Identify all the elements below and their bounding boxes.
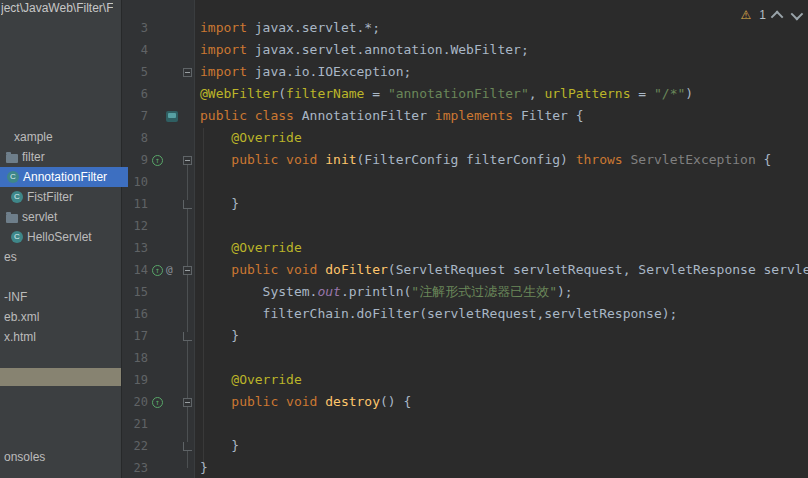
tree-item-label: HelloServlet — [27, 230, 92, 244]
code-line-12[interactable]: 12 — [122, 215, 808, 237]
tree-item-fistfilter[interactable]: CFistFilter — [0, 187, 132, 207]
tree-item-es[interactable]: es — [0, 247, 125, 267]
fold-marker[interactable] — [180, 259, 194, 281]
fold-marker — [180, 369, 194, 391]
fold-marker[interactable] — [180, 435, 194, 457]
line-number[interactable]: 15 — [122, 281, 148, 303]
code-line-15[interactable]: 15 System.out.println("注解形式过滤器已生效"); — [122, 281, 808, 303]
code-line-6[interactable]: 6@WebFilter(filterName = "annotationFilt… — [122, 83, 808, 105]
code-line-18[interactable]: 18 — [122, 347, 808, 369]
tree-item-label: filter — [22, 150, 45, 164]
code-text: } — [194, 325, 239, 347]
gutter-icons — [148, 171, 180, 193]
fold-end-icon[interactable] — [183, 200, 192, 209]
code-line-23[interactable]: 23} — [122, 457, 808, 478]
token-def: () { — [380, 394, 411, 409]
line-number[interactable]: 20 — [122, 391, 148, 413]
fold-marker[interactable] — [180, 61, 194, 83]
token-mth: destroy — [325, 394, 380, 409]
folder-icon — [6, 214, 18, 223]
code-line-21[interactable]: 21 — [122, 413, 808, 435]
gutter-icons: ↑@ — [148, 259, 180, 281]
code-text: } — [194, 193, 239, 215]
line-number[interactable]: 17 — [122, 325, 148, 347]
line-number[interactable]: 6 — [122, 83, 148, 105]
code-line-20[interactable]: 20↑ public void destroy() { — [122, 391, 808, 413]
code-line-22[interactable]: 22 } — [122, 435, 808, 457]
code-line-7[interactable]: 7public class AnnotationFilter implement… — [122, 105, 808, 127]
fold-marker[interactable] — [180, 391, 194, 413]
tree-item-label: servlet — [22, 210, 57, 224]
code-text — [194, 413, 200, 435]
gutter-icons — [148, 347, 180, 369]
code-line-9[interactable]: 9↑ public void init(FilterConfig filterC… — [122, 149, 808, 171]
line-number[interactable]: 16 — [122, 303, 148, 325]
token-def: ); — [557, 284, 573, 299]
line-number[interactable]: 18 — [122, 347, 148, 369]
class-marker-icon[interactable] — [166, 111, 178, 122]
tree-inactive-selection[interactable] — [0, 368, 121, 386]
code-line-8[interactable]: 8 @Override — [122, 127, 808, 149]
line-number[interactable]: 19 — [122, 369, 148, 391]
token-def: ) — [685, 86, 693, 101]
code-line-17[interactable]: 17 } — [122, 325, 808, 347]
line-number[interactable]: 22 — [122, 435, 148, 457]
code-line-19[interactable]: 19 @Override — [122, 369, 808, 391]
fold-collapse-icon[interactable] — [183, 266, 192, 275]
line-number[interactable]: 7 — [122, 105, 148, 127]
tree-item-eb-xml[interactable]: eb.xml — [0, 307, 125, 327]
code-text: System.out.println("注解形式过滤器已生效"); — [194, 281, 573, 303]
tree-item-onsoles[interactable]: onsoles — [0, 447, 125, 467]
tree-item-x-html[interactable]: x.html — [0, 327, 125, 347]
token-def — [200, 394, 231, 409]
fold-marker[interactable] — [180, 325, 194, 347]
fold-end-icon[interactable] — [183, 442, 192, 451]
code-line-10[interactable]: 10 — [122, 171, 808, 193]
tree-item--inf[interactable]: -INF — [0, 287, 125, 307]
tree-item-annotationfilter[interactable]: CAnnotationFilter — [0, 167, 128, 187]
line-number[interactable]: 21 — [122, 413, 148, 435]
code-text: import javax.servlet.annotation.WebFilte… — [194, 39, 529, 61]
code-line-14[interactable]: 14↑@ public void doFilter(ServletRequest… — [122, 259, 808, 281]
code-line-16[interactable]: 16 filterChain.doFilter(servletRequest,s… — [122, 303, 808, 325]
token-dim: ServletException — [623, 152, 764, 167]
code-line-5[interactable]: 5import java.io.IOException; — [122, 61, 808, 83]
line-number[interactable]: 23 — [122, 457, 148, 478]
line-number[interactable]: 3 — [122, 17, 148, 39]
fold-marker — [180, 281, 194, 303]
code-line-11[interactable]: 11 } — [122, 193, 808, 215]
override-marker-icon[interactable]: ↑ — [152, 397, 163, 408]
fold-collapse-icon[interactable] — [183, 68, 192, 77]
fold-marker[interactable] — [180, 149, 194, 171]
token-ann: urlPatterns — [544, 86, 630, 101]
gutter-icons: ↑ — [148, 149, 180, 171]
token-ann: filterName — [286, 86, 364, 101]
tree-item-filter[interactable]: filter — [0, 147, 127, 167]
inspections-widget[interactable]: ⚠ 1 — [741, 8, 800, 22]
tree-item-xample[interactable]: xample — [0, 127, 135, 147]
gutter-icons — [148, 325, 180, 347]
previous-problem-icon[interactable] — [771, 10, 784, 23]
fold-end-icon[interactable] — [183, 332, 192, 341]
tree-item-label: es — [4, 250, 17, 264]
tree-item-servlet[interactable]: servlet — [0, 207, 127, 227]
token-fld: out — [317, 284, 340, 299]
code-editor[interactable]: 3import javax.servlet.*;4import javax.se… — [122, 0, 808, 478]
line-number[interactable]: 4 — [122, 39, 148, 61]
line-number[interactable]: 5 — [122, 61, 148, 83]
fold-marker[interactable] — [180, 193, 194, 215]
line-number[interactable]: 14 — [122, 259, 148, 281]
fold-collapse-icon[interactable] — [183, 156, 192, 165]
gutter-icons — [148, 369, 180, 391]
fold-marker — [180, 347, 194, 369]
override-marker-icon[interactable]: ↑ — [152, 265, 163, 276]
code-line-3[interactable]: 3import javax.servlet.*; — [122, 17, 808, 39]
warning-icon: ⚠ — [741, 8, 752, 22]
override-marker-icon[interactable]: ↑ — [152, 155, 163, 166]
code-line-4[interactable]: 4import javax.servlet.annotation.WebFilt… — [122, 39, 808, 61]
tree-item-helloservlet[interactable]: CHelloServlet — [0, 227, 132, 247]
gutter-icons — [148, 39, 180, 61]
code-line-13[interactable]: 13 @Override — [122, 237, 808, 259]
token-kw: import — [200, 42, 247, 57]
fold-collapse-icon[interactable] — [183, 398, 192, 407]
